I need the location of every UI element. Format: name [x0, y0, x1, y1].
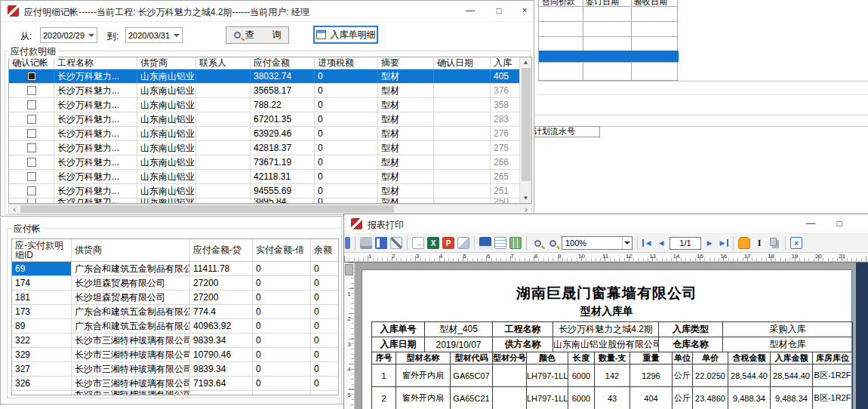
table-row[interactable]: 长沙市三湘特种玻璃有限公司: [12, 391, 338, 395]
to-date-picker[interactable]: 2020/03/31: [125, 27, 183, 43]
export-pdf-icon[interactable]: P: [442, 237, 454, 249]
scrollbar-thumb[interactable]: [20, 205, 394, 213]
table-row[interactable]: 长沙万科魅力... 山东南山铝业... 94555.69 0 型材 251: [9, 184, 519, 198]
confirm-checkbox[interactable]: [27, 100, 36, 109]
export-excel-icon[interactable]: X: [427, 237, 439, 249]
col-paid-debit[interactable]: 实付金额-借: [253, 239, 311, 261]
book-preview-icon[interactable]: [375, 237, 387, 249]
table-row[interactable]: 长沙万科魅力... 山东南山铝业... 63929.46 0 型材 276: [9, 127, 519, 141]
text-select-icon[interactable]: I: [753, 237, 765, 249]
save-icon[interactable]: [479, 237, 491, 249]
scroll-up-icon[interactable]: ▲: [520, 59, 531, 66]
minimize-button[interactable]: —: [800, 217, 821, 232]
export-mail-icon[interactable]: [457, 237, 469, 249]
ruler-number: 20: [799, 253, 822, 261]
table-row[interactable]: 89 广东合和建筑五金制品有限公司 40963.92 0 0: [12, 319, 338, 334]
col-payable-credit[interactable]: 应付金额-贷: [190, 239, 253, 261]
confirm-checkbox[interactable]: [27, 115, 36, 124]
table-row[interactable]: 326 长沙市三湘特种玻璃有限公司 7193.64 0 0: [12, 377, 338, 391]
first-page-button[interactable]: ◀: [642, 239, 653, 247]
chevron-down-icon[interactable]: [88, 34, 94, 37]
horizontal-scrollbar[interactable]: ‹ ›: [8, 204, 532, 214]
background-table: 合同价款 签订日期 验收日期: [538, 0, 678, 81]
vertical-scroll-marker[interactable]: [345, 264, 353, 275]
payable-detail-titlebar[interactable]: 应付明细记帐------当前工程: 长沙万科魅力之城4.2期------当前用户…: [1, 1, 534, 22]
export-icon[interactable]: →: [412, 237, 424, 249]
col-detail-id[interactable]: 应-实付款明细ID: [12, 239, 72, 261]
print-settings-icon[interactable]: [390, 237, 402, 249]
scroll-down-icon[interactable]: ▼: [520, 195, 531, 201]
minimize-button[interactable]: —: [460, 4, 481, 19]
table-row[interactable]: 173 广东合和建筑五金制品有限公司 774.4 0 0: [12, 305, 338, 319]
col-supplier[interactable]: 供货商: [72, 239, 190, 261]
confirm-checkbox[interactable]: [27, 172, 36, 181]
data-grid-icon[interactable]: [509, 237, 522, 249]
table-row[interactable]: 长沙万科魅力... 山东南山铝业... 3895.84 0 型材 250: [9, 198, 519, 203]
next-page-button[interactable]: ▶: [704, 239, 715, 247]
table-row[interactable]: 长沙万科魅力... 山东南山铝业... 38032.74 0 型材 405: [9, 69, 519, 84]
page-setup-icon[interactable]: [494, 237, 506, 249]
confirm-checkbox[interactable]: [27, 72, 36, 81]
maximize-button[interactable]: □: [488, 4, 509, 19]
col-confirm-date[interactable]: 确认日期: [434, 57, 491, 69]
confirm-checkbox[interactable]: [27, 86, 36, 95]
zoom-in-icon[interactable]: [531, 237, 543, 249]
prev-page-button[interactable]: ◀: [656, 239, 666, 247]
entry-detail-button[interactable]: 入库单明细: [313, 26, 378, 44]
chevron-down-icon[interactable]: [622, 237, 632, 249]
confirm-checkbox[interactable]: [27, 158, 36, 167]
docked-panel-icon[interactable]: [345, 237, 350, 249]
vertical-scrollbar[interactable]: ▲ ▼: [519, 57, 531, 203]
chevron-down-icon[interactable]: [174, 34, 180, 37]
report-titlebar[interactable]: 报表打印 — □ ×: [344, 214, 868, 234]
table-row[interactable]: 174 长沙坦森贸易有限公司 27200 0 0: [12, 276, 338, 291]
scroll-right-icon[interactable]: ›: [521, 204, 531, 214]
col-balance[interactable]: 余额: [311, 239, 338, 261]
hand-tool-icon[interactable]: [738, 237, 750, 249]
table-header[interactable]: 应-实付款明细ID 供货商 应付金额-贷 实付金额-借 余额: [12, 239, 338, 262]
table-row[interactable]: 322 长沙市三湘特种玻璃有限公司 9839.34 0 0: [12, 334, 338, 348]
scroll-left-icon[interactable]: ‹: [9, 204, 20, 214]
table-row[interactable]: 长沙万科魅力... 山东南山铝业... 67201.35 0 型材 283: [9, 112, 519, 127]
query-button[interactable]: 查 询: [226, 26, 289, 44]
table-row[interactable]: 长沙万科魅力... 山东南山铝业... 35658.17 0 型材 376: [9, 84, 519, 98]
page-indicator[interactable]: 1/1: [669, 237, 701, 250]
col-tax[interactable]: 进项税额: [315, 57, 378, 69]
last-page-button[interactable]: ▶: [718, 239, 728, 247]
table-row[interactable]: 181 长沙坦森贸易有限公司 27200 0 0: [12, 291, 338, 305]
col-amount[interactable]: 应付金额: [251, 57, 315, 69]
confirm-checkbox[interactable]: [27, 129, 36, 138]
ruler-number: 16: [704, 253, 728, 261]
zoom-level-combo[interactable]: 100%: [562, 236, 633, 250]
col-supplier[interactable]: 供货商: [137, 57, 196, 69]
window-title: 应付明细记帐------当前工程: 长沙万科魅力之城4.2期------当前用户…: [24, 6, 309, 19]
table-row[interactable]: 327 长沙市三湘特种玻璃有限公司 9839.34 0 0: [12, 362, 338, 377]
confirm-checkbox[interactable]: [27, 198, 36, 203]
close-preview-icon[interactable]: ×: [790, 237, 802, 249]
maximize-button[interactable]: □: [829, 217, 850, 232]
ruler-number: 5: [444, 253, 467, 261]
table-row[interactable]: 69 广东合和建筑五金制品有限公司 11411.78 0 0: [12, 262, 338, 276]
col-confirm[interactable]: 确认记帐: [9, 57, 54, 69]
col-summary[interactable]: 摘要: [378, 57, 434, 69]
confirm-checkbox[interactable]: [27, 186, 36, 195]
table-row[interactable]: 329 长沙市三湘特种玻璃有限公司 10790.46 0 0: [12, 348, 338, 362]
confirm-checkbox[interactable]: [27, 143, 36, 152]
bg-selected-row[interactable]: [539, 51, 679, 62]
preview-area[interactable]: 12345 湖南巨晟门窗幕墙有限公司 型材入库单 入库单号 型材_405 工程名…: [344, 262, 868, 409]
table-row[interactable]: 长沙万科魅力... 山东南山铝业... 42118.31 0 型材 265: [9, 170, 519, 184]
table-row[interactable]: 长沙万科魅力... 山东南山铝业... 73671.19 0 型材 266: [9, 155, 519, 170]
col-project[interactable]: 工程名称: [54, 57, 137, 69]
copy-pages-icon[interactable]: [768, 237, 780, 249]
close-button[interactable]: ×: [514, 4, 535, 19]
table-header[interactable]: 确认记帐 工程名称 供货商 联系人 应付金额 进项税额 摘要 确认日期 入库: [9, 57, 519, 69]
col-entry-no[interactable]: 入库: [491, 57, 519, 69]
col-contact[interactable]: 联系人: [196, 57, 251, 69]
table-row[interactable]: 长沙万科魅力... 山东南山铝业... 788.22 0 型材 358: [9, 98, 519, 112]
close-button[interactable]: ×: [860, 217, 868, 232]
table-row[interactable]: 长沙万科魅力... 山东南山铝业... 42818.37 0 型材 275: [9, 141, 519, 155]
from-date-picker[interactable]: 2020/02/29: [40, 27, 97, 43]
zoom-out-icon[interactable]: [546, 237, 559, 249]
scrollbar-thumb[interactable]: [522, 68, 531, 181]
print-icon[interactable]: [360, 237, 372, 249]
